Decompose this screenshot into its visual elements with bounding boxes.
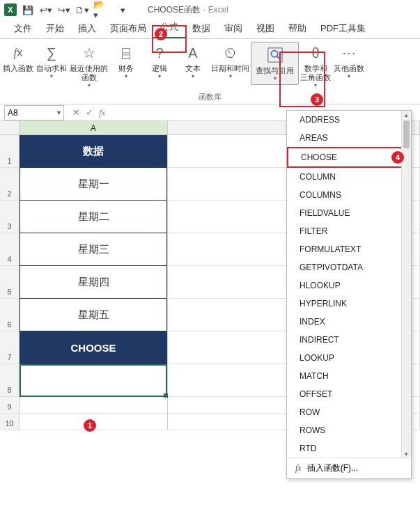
cell-content: 星期一 <box>20 168 167 201</box>
save-icon[interactable]: 💾 <box>21 3 35 17</box>
dropdown-item-fieldvalue[interactable]: FIELDVALUE <box>287 204 411 222</box>
dropdown-item-indirect[interactable]: INDIRECT <box>287 331 411 349</box>
tab-PDF工具集[interactable]: PDF工具集 <box>313 19 373 38</box>
row-header[interactable]: 4 <box>0 233 20 266</box>
ribbon-icon: ⌸ <box>116 43 136 63</box>
ribbon-icon: ⏲ <box>221 43 240 63</box>
ribbon-数学和三角函数[interactable]: θ数学和三角函数▾ <box>299 42 332 90</box>
dropdown-item-address[interactable]: ADDRESS <box>287 111 411 129</box>
dropdown-item-columns[interactable]: COLUMNS <box>287 186 411 204</box>
lookup-function-dropdown: ADDRESSAREASCHOOSE4COLUMNCOLUMNSFIELDVAL… <box>286 110 412 479</box>
formula-bar: ✕ ✓ fx <box>72 107 111 118</box>
dropdown-item-rtd[interactable]: RTD <box>287 439 411 458</box>
ribbon-财务[interactable]: ⌸财务▾ <box>109 42 143 81</box>
dropdown-item-choose[interactable]: CHOOSE4 <box>287 147 411 168</box>
row-header[interactable]: 7 <box>0 331 20 364</box>
ribbon-日期和时间[interactable]: ⏲日期和时间▾ <box>210 42 251 81</box>
dropdown-item-match[interactable]: MATCH <box>287 367 411 385</box>
dropdown-item-getpivotdata[interactable]: GETPIVOTDATA <box>287 258 411 276</box>
ribbon-label: 财务 <box>118 64 134 73</box>
confirm-icon[interactable]: ✓ <box>86 107 93 118</box>
row-header[interactable]: 2 <box>0 168 20 201</box>
dropdown-item-rows[interactable]: ROWS <box>287 421 411 439</box>
cell-a8[interactable] <box>20 364 168 397</box>
cell-a2[interactable]: 星期一 <box>20 168 168 201</box>
dropdown-item-column[interactable]: COLUMN <box>287 168 411 186</box>
tab-数据[interactable]: 数据 <box>185 19 217 38</box>
dropdown-item-formulatext[interactable]: FORMULATEXT <box>287 240 411 258</box>
chevron-down-icon: ▾ <box>274 75 277 81</box>
ribbon-label: 数学和三角函数 <box>300 64 331 82</box>
dropdown-item-filter[interactable]: FILTER <box>287 222 411 240</box>
ribbon-icon: fx <box>8 43 28 63</box>
cell-a1[interactable]: 数据 <box>20 135 168 168</box>
name-box[interactable]: A8▼ <box>4 105 64 120</box>
cell-content: 星期二 <box>20 201 167 233</box>
row-header[interactable]: 1 <box>0 135 20 168</box>
fx-icon[interactable]: fx <box>99 107 105 118</box>
ribbon-label: 查找与引用 <box>256 66 294 75</box>
customize-icon[interactable]: ▾ <box>116 3 130 17</box>
cell-a4[interactable]: 星期三 <box>20 233 168 266</box>
titlebar: X 💾 ↩▾ ↪▾ 🗋▾ 📂▾ ▾ CHOOSE函数 - Excel <box>0 0 420 19</box>
cell-content: 星期五 <box>20 299 167 331</box>
svg-point-1 <box>271 51 277 57</box>
tab-插入[interactable]: 插入 <box>71 19 103 38</box>
tab-开始[interactable]: 开始 <box>39 19 71 38</box>
cell-a7[interactable]: CHOOSE <box>20 331 168 364</box>
ribbon-逻辑[interactable]: ?逻辑▾ <box>143 42 176 81</box>
cell-a9[interactable] <box>20 397 168 414</box>
ribbon-group-label: 函数库 <box>199 92 221 102</box>
ribbon-label: 其他函数 <box>334 64 364 73</box>
ribbon-label: 自动求和 <box>36 64 67 73</box>
row-header[interactable]: 5 <box>0 266 20 299</box>
dropdown-item-areas[interactable]: AREAS <box>287 129 411 147</box>
ribbon-icon: ⋯ <box>339 43 359 63</box>
fx-icon: fx <box>295 463 302 474</box>
open-folder-icon[interactable]: 📂▾ <box>93 3 107 17</box>
row-header[interactable]: 6 <box>0 299 20 331</box>
cell-content: 星期四 <box>20 266 167 299</box>
redo-icon[interactable]: ↪▾ <box>57 3 71 17</box>
tab-审阅[interactable]: 审阅 <box>217 19 249 38</box>
column-header-a[interactable]: A <box>20 121 168 134</box>
tab-视图[interactable]: 视图 <box>249 19 281 38</box>
dropdown-item-lookup[interactable]: LOOKUP <box>287 349 411 367</box>
insert-function-footer[interactable]: fx 插入函数(F)... <box>287 458 411 478</box>
ribbon-文本[interactable]: A文本▾ <box>176 42 210 81</box>
dropdown-item-offset[interactable]: OFFSET <box>287 385 411 403</box>
cell-a3[interactable]: 星期二 <box>20 201 168 233</box>
dropdown-scrollbar[interactable]: ▴ ▾ <box>401 111 411 459</box>
ribbon-其他函数[interactable]: ⋯其他函数▾ <box>332 42 366 81</box>
select-all-corner[interactable] <box>0 121 20 134</box>
chevron-down-icon: ▾ <box>50 73 53 79</box>
svg-line-2 <box>277 56 279 59</box>
row-header[interactable]: 3 <box>0 201 20 233</box>
chevron-down-icon: ▾ <box>125 73 127 79</box>
ribbon-label: 文本 <box>185 64 201 73</box>
row-header[interactable]: 9 <box>0 397 20 414</box>
ribbon-icon: A <box>183 43 203 63</box>
dropdown-item-hyperlink[interactable]: HYPERLINK <box>287 295 411 313</box>
cancel-icon[interactable]: ✕ <box>72 107 80 118</box>
ribbon-icon: ∑ <box>42 43 61 63</box>
chevron-down-icon: ▾ <box>314 82 317 88</box>
dropdown-item-index[interactable]: INDEX <box>287 313 411 331</box>
row-header[interactable]: 8 <box>0 364 20 397</box>
chevron-down-icon: ▾ <box>348 73 350 79</box>
cell-a6[interactable]: 星期五 <box>20 299 168 331</box>
ribbon-最近使用的函数[interactable]: ☆最近使用的函数▾ <box>68 42 109 90</box>
ribbon-自动求和[interactable]: ∑自动求和▾ <box>35 42 68 81</box>
new-file-icon[interactable]: 🗋▾ <box>75 3 89 17</box>
ribbon-查找与引用[interactable]: 查找与引用▾ <box>251 42 299 85</box>
tab-文件[interactable]: 文件 <box>7 19 39 38</box>
dropdown-item-row[interactable]: ROW <box>287 403 411 421</box>
ribbon-插入函数[interactable]: fx插入函数 <box>1 42 35 75</box>
tab-帮助[interactable]: 帮助 <box>281 19 313 38</box>
cell-a5[interactable]: 星期四 <box>20 266 168 299</box>
row-header[interactable]: 10 <box>0 414 20 430</box>
undo-icon[interactable]: ↩▾ <box>39 3 53 17</box>
tab-页面布局[interactable]: 页面布局 <box>103 19 153 38</box>
fill-handle[interactable] <box>164 393 168 398</box>
dropdown-item-hlookup[interactable]: HLOOKUP <box>287 276 411 295</box>
